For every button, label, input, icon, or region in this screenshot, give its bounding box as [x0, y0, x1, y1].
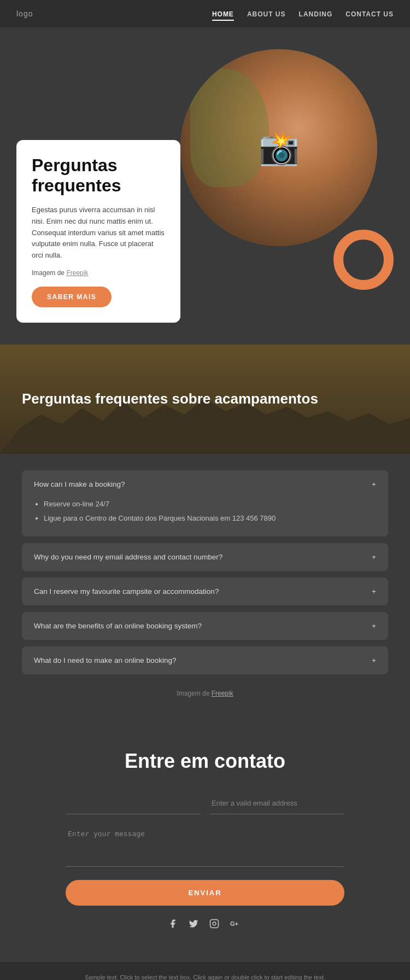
faq-freepik-link[interactable]: Freepik — [212, 690, 233, 697]
faq-mountain-title: Perguntas frequentes sobre acampamentos — [22, 390, 318, 409]
instagram-icon[interactable] — [209, 919, 219, 931]
footer-text: Sample text. Click to select the text bo… — [22, 973, 388, 980]
hero-image — [180, 49, 377, 246]
faq-section: How can I make a booking? + Reserve on-l… — [0, 454, 410, 722]
googleplus-icon[interactable]: G+ — [230, 919, 242, 931]
faq-question-1: How can I make a booking? — [34, 480, 125, 488]
svg-text:G+: G+ — [230, 920, 238, 927]
contact-row-1 — [66, 792, 344, 814]
faq-toggle-3[interactable]: + — [372, 587, 376, 596]
faq-item-1: How can I make a booking? + Reserve on-l… — [22, 470, 388, 536]
faq-toggle-5[interactable]: + — [372, 656, 376, 664]
faq-question-3: Can I reserve my favourite campsite or a… — [34, 587, 219, 596]
contact-section: Entre em contato ENVIAR G+ — [0, 722, 410, 962]
logo: logo — [16, 9, 33, 18]
faq-freepik-credit: Imagem de Freepik — [22, 681, 388, 706]
faq-mountain-section: Perguntas frequentes sobre acampamentos — [0, 345, 410, 454]
faq-question-5: What do I need to make an online booking… — [34, 656, 176, 664]
faq-body-1: Reserve on-line 24/7 Ligue para o Centro… — [22, 498, 388, 536]
nav-contact[interactable]: CONTACT US — [345, 10, 394, 20]
faq-item-4: What are the benefits of an online booki… — [22, 612, 388, 640]
nav-landing[interactable]: LANDING — [299, 10, 333, 20]
svg-rect-0 — [210, 920, 219, 928]
hero-card: Perguntas frequentes Egestas purus viver… — [16, 140, 180, 323]
twitter-icon[interactable] — [189, 919, 198, 931]
contact-form: ENVIAR — [66, 792, 344, 906]
social-row: G+ — [66, 906, 344, 940]
faq-answer-item: Ligue para o Centro de Contato dos Parqu… — [44, 512, 376, 524]
hero-photo-sim — [180, 49, 377, 246]
faq-answer-item: Reserve on-line 24/7 — [44, 498, 376, 510]
faq-item-2: Why do you need my email address and con… — [22, 543, 388, 571]
hero-image-credit: Imagem de Freepik — [32, 269, 165, 277]
faq-header-1[interactable]: How can I make a booking? + — [22, 470, 388, 498]
contact-email-input[interactable] — [209, 792, 344, 814]
faq-toggle-1[interactable]: + — [372, 480, 376, 488]
saber-mais-button[interactable]: SABER MAIS — [32, 287, 112, 307]
contact-message-input[interactable] — [66, 823, 344, 867]
faq-toggle-2[interactable]: + — [372, 553, 376, 561]
hero-card-body: Egestas purus viverra accumsan in nisl n… — [32, 205, 165, 261]
navbar: logo HOME ABOUT US LANDING CONTACT US — [0, 0, 410, 27]
faq-header-3[interactable]: Can I reserve my favourite campsite or a… — [22, 578, 388, 605]
footer: Sample text. Click to select the text bo… — [0, 962, 410, 980]
contact-title: Entre em contato — [66, 750, 344, 773]
facebook-icon[interactable] — [168, 919, 178, 931]
nav-about[interactable]: ABOUT US — [247, 10, 286, 20]
faq-header-5[interactable]: What do I need to make an online booking… — [22, 646, 388, 674]
faq-header-4[interactable]: What are the benefits of an online booki… — [22, 612, 388, 640]
faq-question-4: What are the benefits of an online booki… — [34, 622, 202, 630]
hero-card-title: Perguntas frequentes — [32, 155, 165, 196]
faq-question-2: Why do you need my email address and con… — [34, 553, 222, 561]
nav-links: HOME ABOUT US LANDING CONTACT US — [212, 9, 394, 19]
hero-section: Perguntas frequentes Egestas purus viver… — [0, 27, 410, 345]
enviar-button[interactable]: ENVIAR — [66, 880, 344, 906]
faq-toggle-4[interactable]: + — [372, 622, 376, 630]
faq-item-3: Can I reserve my favourite campsite or a… — [22, 578, 388, 605]
decorative-orange-circle — [333, 230, 394, 290]
faq-header-2[interactable]: Why do you need my email address and con… — [22, 543, 388, 571]
nav-home[interactable]: HOME — [212, 10, 234, 21]
faq-item-5: What do I need to make an online booking… — [22, 646, 388, 674]
freepik-link[interactable]: Freepik — [66, 269, 88, 277]
contact-name-input[interactable] — [66, 792, 201, 814]
